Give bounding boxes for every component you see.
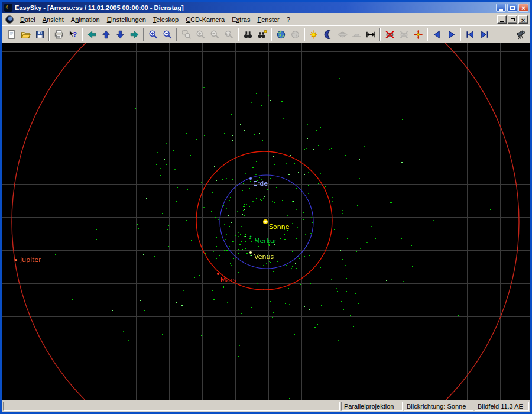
step-forward-button[interactable]	[444, 28, 458, 41]
horizon-view-button[interactable]	[349, 28, 364, 41]
toolbar-separator	[271, 28, 272, 41]
telescope-goto-button[interactable]	[411, 28, 425, 41]
document-icon[interactable]	[5, 15, 14, 24]
label-jupiter: Jupiter	[20, 257, 41, 264]
status-view-direction: Blickrichtung: Sonne	[404, 402, 473, 411]
child-restore-button[interactable]	[508, 15, 517, 24]
label-merkur: Merkur	[254, 238, 277, 245]
svg-text:1:1: 1:1	[225, 32, 230, 35]
label-sonne: Sonne	[269, 224, 289, 231]
menu-einstellungen[interactable]: Einstellungen	[103, 15, 150, 24]
title-bar[interactable]: EasySky - [Amors.ess / 11.01.2005 00:00:…	[2, 2, 530, 13]
moon-view-button[interactable]	[288, 28, 302, 41]
toolbar-separator	[82, 28, 83, 41]
save-button[interactable]	[33, 28, 47, 41]
toolbar-separator	[238, 28, 239, 41]
zoom-selection-button[interactable]	[193, 28, 207, 41]
toolbar-separator	[460, 28, 461, 41]
new-button[interactable]	[4, 28, 18, 41]
zoom-previous-button[interactable]	[207, 28, 222, 41]
child-restore-icon	[511, 18, 515, 21]
close-icon	[521, 2, 525, 13]
svg-text:?: ?	[73, 30, 77, 38]
moon-phase-button[interactable]	[321, 28, 335, 41]
toolbar-separator	[143, 28, 144, 41]
status-field-size: Bildfeld 11.3 AE	[475, 402, 529, 411]
menu-bar: DateiAnsichtAnimationEinstellungenTelesk…	[2, 13, 530, 25]
context-help-button[interactable]: ?	[66, 28, 80, 41]
scroll-down-button[interactable]	[113, 28, 127, 41]
telescope-park-button[interactable]	[397, 28, 411, 41]
open-button[interactable]	[18, 28, 33, 41]
label-erde: Erde	[253, 180, 268, 187]
date-forward-button[interactable]	[477, 28, 491, 41]
app-icon	[4, 4, 12, 12]
sun-center-button[interactable]	[307, 28, 321, 41]
planet-view-button[interactable]	[335, 28, 349, 41]
menu-fenster[interactable]: Fenster	[254, 15, 283, 24]
field-width-button[interactable]	[364, 28, 378, 41]
find-next-button[interactable]	[255, 28, 269, 41]
status-main-panel	[3, 402, 340, 411]
label-mars: Mars	[220, 277, 236, 284]
toolbar-separator	[427, 28, 428, 41]
restore-icon	[510, 6, 515, 10]
menu-animation[interactable]: Animation	[67, 15, 103, 24]
menu-ccd-kamera[interactable]: CCD-Kamera	[182, 15, 228, 24]
telescope-control-button[interactable]	[514, 28, 528, 41]
child-close-button[interactable]	[518, 15, 528, 24]
scroll-up-button[interactable]	[99, 28, 113, 41]
minimize-button[interactable]	[496, 4, 506, 12]
telescope-stop-button[interactable]	[382, 28, 397, 41]
toolbar-separator	[304, 28, 305, 41]
sky-canvas[interactable]	[2, 43, 530, 400]
child-minimize-icon	[500, 21, 504, 22]
status-projection: Parallelprojektion	[341, 402, 403, 411]
toolbar-separator	[379, 28, 381, 41]
earth-view-button[interactable]	[274, 28, 288, 41]
scroll-right-button[interactable]	[127, 28, 141, 41]
toolbar-separator	[48, 28, 50, 41]
close-button[interactable]	[518, 4, 528, 12]
zoom-out-button[interactable]	[160, 28, 174, 41]
label-venus: Venus	[254, 254, 274, 261]
date-backward-button[interactable]	[463, 28, 477, 41]
minimize-icon	[499, 9, 503, 11]
child-close-icon	[521, 14, 525, 25]
restore-button[interactable]	[507, 4, 517, 12]
toolbar: ?1:1	[2, 25, 530, 43]
menu-ansicht[interactable]: Ansicht	[39, 15, 67, 24]
menu-extras[interactable]: Extras	[228, 15, 254, 24]
child-minimize-button[interactable]	[497, 15, 507, 24]
zoom-original-button[interactable]: 1:1	[222, 28, 236, 41]
print-button[interactable]	[51, 28, 66, 41]
zoom-region-button[interactable]	[179, 28, 193, 41]
status-bar: Parallelprojektion Blickrichtung: Sonne …	[2, 400, 530, 412]
window-title: EasySky - [Amors.ess / 11.01.2005 00:00:…	[15, 4, 495, 11]
toolbar-separator	[176, 28, 177, 41]
sky-view[interactable]: Jupiter Mars Erde Sonne Merkur Venus	[2, 43, 530, 400]
easysky-window: EasySky - [Amors.ess / 11.01.2005 00:00:…	[0, 0, 532, 414]
menu-datei[interactable]: Datei	[17, 15, 39, 24]
menu-teleskop[interactable]: Teleskop	[150, 15, 182, 24]
step-backward-button[interactable]	[430, 28, 444, 41]
find-object-button[interactable]	[241, 28, 255, 41]
menu-hilfe[interactable]: ?	[283, 15, 294, 24]
scroll-left-button[interactable]	[85, 28, 99, 41]
zoom-in-button[interactable]	[146, 28, 160, 41]
menu-items: DateiAnsichtAnimationEinstellungenTelesk…	[17, 15, 294, 24]
